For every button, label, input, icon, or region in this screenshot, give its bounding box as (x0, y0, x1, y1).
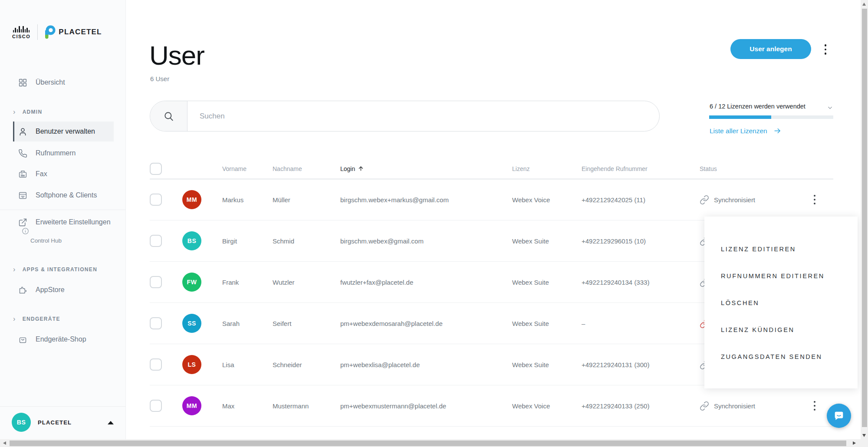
sidebar-item-benutzer-verwalten[interactable]: Benutzer verwalten (13, 122, 114, 141)
all-licenses-link[interactable]: Liste aller Lizenzen (710, 127, 782, 135)
row-checkbox[interactable] (150, 358, 162, 371)
account-switcher[interactable]: BS PLACETEL (0, 406, 126, 439)
select-all-checkbox[interactable] (150, 163, 162, 175)
cell-rufnummer: +4922129242025 (11) (582, 196, 700, 204)
cell-vorname: Birgit (222, 237, 273, 245)
account-avatar: BS (12, 413, 31, 432)
cell-rufnummer: +4922129240133 (250) (582, 402, 700, 410)
license-progress-fill (709, 115, 771, 119)
sidebar-item-label: Benutzer verwalten (36, 128, 95, 135)
horizontal-scrollbar-thumb[interactable] (10, 440, 846, 446)
avatar: FW (182, 273, 201, 292)
caret-up-icon (108, 421, 114, 424)
cell-lizenz: Webex Suite (512, 320, 582, 327)
menu-item-zugangsdaten-senden[interactable]: ZUGANGSDATEN SENDEN (704, 343, 858, 370)
cell-lizenz: Webex Voice (512, 196, 582, 204)
column-header-lizenz[interactable]: Lizenz (512, 165, 582, 172)
user-icon (18, 127, 27, 136)
sidebar-item-rufnummern[interactable]: Rufnummern (0, 145, 126, 162)
menu-item-rufnummern-editieren[interactable]: RUFNUMMERN EDITIEREN (704, 263, 858, 289)
sidebar-item-erweiterte-einstellungen[interactable]: Erweiterte Einstellungen (0, 214, 126, 231)
page-actions-button[interactable] (822, 42, 829, 57)
avatar: MM (182, 190, 201, 209)
sidebar-item-softphone-clients[interactable]: Softphone & Clients (0, 187, 126, 204)
sidebar-section-admin[interactable]: › ADMIN (13, 108, 42, 115)
column-header-nachname[interactable]: Nachname (273, 165, 340, 172)
sidebar-section-apps-integrationen[interactable]: › APPS & INTEGRATIONEN (13, 266, 97, 273)
info-icon[interactable] (22, 227, 29, 235)
cell-vorname: Max (222, 402, 273, 410)
cisco-bars-icon (13, 26, 30, 33)
cell-vorname: Lisa (222, 361, 273, 368)
row-checkbox[interactable] (150, 194, 162, 206)
search-button[interactable] (150, 101, 187, 131)
cell-rufnummer: +4922129240131 (300) (582, 361, 700, 368)
row-checkbox[interactable] (150, 317, 162, 329)
cell-nachname: Müller (273, 196, 340, 204)
control-hub-label: Control Hub (30, 237, 62, 244)
license-progress-track (709, 115, 833, 119)
sidebar-item-label: Übersicht (36, 79, 65, 86)
sidebar-item-endgeraete-shop[interactable]: Endgeräte-Shop (0, 331, 126, 348)
row-actions-button[interactable] (811, 399, 819, 412)
row-context-menu: LIZENZ EDITIEREN RUFNUMMERN EDITIEREN LÖ… (704, 217, 858, 388)
menu-item-lizenz-editieren[interactable]: LIZENZ EDITIEREN (704, 236, 858, 263)
softphone-window-icon (18, 191, 27, 200)
cell-rufnummer: +4922129296015 (10) (582, 237, 700, 245)
chat-launcher-button[interactable] (827, 404, 851, 428)
cell-lizenz: Webex Suite (512, 237, 582, 245)
sidebar-section-endgeraete[interactable]: › ENDGERÄTE (13, 316, 60, 322)
sidebar-item-label: Rufnummern (36, 149, 76, 157)
search-icon (163, 111, 174, 122)
cell-rufnummer: – (582, 320, 700, 327)
chevron-down-icon[interactable] (827, 105, 833, 111)
scroll-up-arrow-icon[interactable] (862, 3, 866, 6)
column-header-vorname[interactable]: Vorname (222, 165, 273, 172)
cell-vorname: Sarah (222, 320, 273, 327)
sidebar-divider (0, 210, 126, 210)
cell-vorname: Markus (222, 196, 273, 204)
puzzle-icon (18, 286, 27, 295)
menu-item-lizenz-kuendigen[interactable]: LIZENZ KÜNDIGEN (704, 316, 858, 343)
sidebar-item-label: AppStore (36, 286, 65, 294)
scroll-down-arrow-icon[interactable] (862, 434, 866, 437)
row-checkbox[interactable] (150, 276, 162, 288)
cell-lizenz: Webex Suite (512, 279, 582, 286)
cell-nachname: Schneider (273, 361, 340, 368)
horizontal-scrollbar[interactable] (0, 439, 868, 447)
page-title: User (149, 40, 204, 71)
sidebar-item-uebersicht[interactable]: Übersicht (0, 74, 126, 91)
vertical-scrollbar[interactable] (861, 0, 868, 439)
menu-item-loeschen[interactable]: LÖSCHEN (704, 289, 858, 316)
vertical-scrollbar-thumb[interactable] (862, 9, 867, 427)
row-actions-button[interactable] (811, 193, 819, 206)
user-count: 6 User (150, 75, 169, 82)
sidebar-item-appstore[interactable]: AppStore (0, 281, 126, 299)
sync-link-icon (700, 401, 709, 411)
scrollbar-corner (861, 439, 868, 447)
row-checkbox[interactable] (150, 400, 162, 412)
avatar: MM (182, 396, 201, 415)
cell-nachname: Mustermann (273, 402, 340, 410)
sidebar-item-label: Fax (36, 170, 47, 178)
row-checkbox[interactable] (150, 235, 162, 247)
grid-icon (18, 78, 27, 87)
scroll-right-arrow-icon[interactable] (853, 441, 856, 445)
search-input[interactable] (187, 101, 659, 131)
status-badge: Synchronisiert (700, 401, 807, 411)
shopping-bag-icon (18, 335, 27, 344)
column-header-login[interactable]: Login (340, 165, 512, 172)
column-header-status[interactable]: Status (700, 165, 807, 172)
sidebar-item-label: Endgeräte-Shop (36, 335, 86, 343)
chevron-right-icon: › (13, 108, 16, 115)
avatar: LS (182, 355, 201, 374)
cell-vorname: Frank (222, 279, 273, 286)
table-header-row: Vorname Nachname Login Lizenz Eingehende… (150, 158, 833, 179)
phone-icon (18, 149, 27, 158)
create-user-button[interactable]: User anlegen (730, 39, 811, 59)
fax-icon (18, 170, 27, 179)
column-header-eingehende-rufnummer[interactable]: Eingehende Rufnummer (582, 165, 700, 172)
scroll-left-arrow-icon[interactable] (3, 441, 6, 445)
search-bar (150, 101, 660, 131)
sidebar-item-fax[interactable]: Fax (0, 165, 126, 183)
